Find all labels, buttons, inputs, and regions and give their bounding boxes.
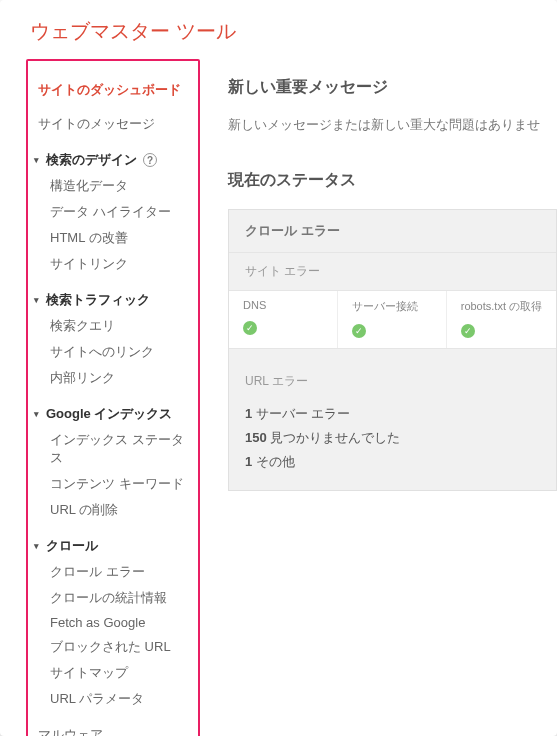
sidebar-section-label: 検索トラフィック [46,291,150,309]
sidebar-item[interactable]: 構造化データ [46,173,194,199]
sidebar-item[interactable]: データ ハイライター [46,199,194,225]
check-ok-icon: ✓ [352,324,366,338]
sidebar-item[interactable]: 内部リンク [46,365,194,391]
sidebar-section-label: クロール [46,537,98,555]
check-ok-icon: ✓ [243,321,257,335]
sidebar-children: 構造化データ データ ハイライター HTML の改善 サイトリンク [32,173,194,277]
site-errors-label: サイト エラー [229,253,556,290]
chevron-down-icon: ▾ [34,409,42,419]
sidebar-section-header[interactable]: ▾ クロール [32,533,194,559]
url-error-item[interactable]: 1 サーバー エラー [245,402,540,426]
sidebar-item[interactable]: クロール エラー [46,559,194,585]
help-icon[interactable]: ? [143,153,157,167]
status-col-server: サーバー接続 ✓ [338,291,447,348]
sidebar-section-google-index: ▾ Google インデックス インデックス ステータス コンテンツ キーワード… [32,401,194,523]
sidebar-item[interactable]: サイトマップ [46,660,194,686]
chevron-down-icon: ▾ [34,295,42,305]
sidebar-children: インデックス ステータス コンテンツ キーワード URL の削除 [32,427,194,523]
sidebar-section-label: Google インデックス [46,405,172,423]
sidebar: サイトのダッシュボード サイトのメッセージ ▾ 検索のデザイン ? 構造化データ… [26,59,200,736]
status-col-robots: robots.txt の取得 ✓ [447,291,556,348]
sidebar-section-header[interactable]: ▾ Google インデックス [32,401,194,427]
sidebar-item[interactable]: URL の削除 [46,497,194,523]
sidebar-section-crawl: ▾ クロール クロール エラー クロールの統計情報 Fetch as Googl… [32,533,194,712]
window: ウェブマスター ツール サイトのダッシュボード サイトのメッセージ ▾ 検索のデ… [0,0,557,736]
sidebar-item[interactable]: コンテンツ キーワード [46,471,194,497]
chevron-down-icon: ▾ [34,155,42,165]
sidebar-malware[interactable]: マルウェア [32,722,194,736]
sidebar-section-search-design: ▾ 検索のデザイン ? 構造化データ データ ハイライター HTML の改善 サ… [32,147,194,277]
status-label: サーバー接続 [352,299,432,314]
status-label: DNS [243,299,323,311]
content-area: サイトのダッシュボード サイトのメッセージ ▾ 検索のデザイン ? 構造化データ… [0,59,557,736]
check-ok-icon: ✓ [461,324,475,338]
sidebar-item[interactable]: サイトリンク [46,251,194,277]
status-table: DNS ✓ サーバー接続 ✓ robots.txt の取得 ✓ [229,290,556,349]
url-error-list: 1 サーバー エラー 150 見つかりませんでした 1 その他 [229,402,556,490]
url-errors-heading: URL エラー [229,349,556,402]
sidebar-item[interactable]: クロールの統計情報 [46,585,194,611]
sidebar-section-search-traffic: ▾ 検索トラフィック 検索クエリ サイトへのリンク 内部リンク [32,287,194,391]
url-error-item[interactable]: 1 その他 [245,450,540,474]
status-label: robots.txt の取得 [461,299,542,314]
sidebar-item[interactable]: HTML の改善 [46,225,194,251]
status-heading: 現在のステータス [228,170,557,191]
crawl-errors-header[interactable]: クロール エラー [229,210,556,253]
sidebar-children: 検索クエリ サイトへのリンク 内部リンク [32,313,194,391]
header: ウェブマスター ツール [0,0,557,59]
sidebar-section-header[interactable]: ▾ 検索のデザイン ? [32,147,194,173]
sidebar-item[interactable]: サイトへのリンク [46,339,194,365]
messages-heading: 新しい重要メッセージ [228,77,557,98]
main-content: 新しい重要メッセージ 新しいメッセージまたは新しい重大な問題はありませ 現在のス… [200,59,557,736]
sidebar-messages[interactable]: サイトのメッセージ [32,111,194,137]
chevron-down-icon: ▾ [34,541,42,551]
sidebar-dashboard[interactable]: サイトのダッシュボード [32,77,194,103]
url-error-item[interactable]: 150 見つかりませんでした [245,426,540,450]
sidebar-item[interactable]: ブロックされた URL [46,634,194,660]
sidebar-children: クロール エラー クロールの統計情報 Fetch as Google ブロックさ… [32,559,194,712]
status-col-dns: DNS ✓ [229,291,338,348]
page-title: ウェブマスター ツール [30,18,527,45]
sidebar-item[interactable]: インデックス ステータス [46,427,194,471]
sidebar-section-label: 検索のデザイン [46,151,137,169]
sidebar-section-header[interactable]: ▾ 検索トラフィック [32,287,194,313]
sidebar-item[interactable]: URL パラメータ [46,686,194,712]
messages-text: 新しいメッセージまたは新しい重大な問題はありませ [228,116,557,134]
sidebar-item[interactable]: 検索クエリ [46,313,194,339]
sidebar-item[interactable]: Fetch as Google [46,611,194,634]
status-panel: クロール エラー サイト エラー DNS ✓ サーバー接続 ✓ robots.t… [228,209,557,491]
